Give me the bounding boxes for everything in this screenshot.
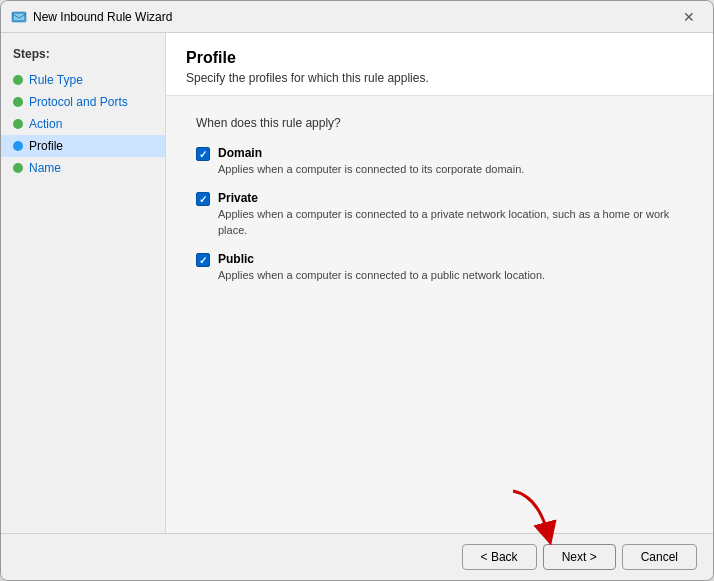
close-button[interactable]: ✕ <box>675 7 703 27</box>
page-subtitle: Specify the profiles for which this rule… <box>186 71 693 85</box>
option-public-desc: Applies when a computer is connected to … <box>218 268 545 283</box>
option-private: Private Applies when a computer is conne… <box>196 191 683 238</box>
footer: < Back Next > Cancel <box>1 533 713 580</box>
step-dot <box>13 75 23 85</box>
sidebar-item-label: Protocol and Ports <box>29 95 128 109</box>
step-dot <box>13 163 23 173</box>
page-header: Profile Specify the profiles for which t… <box>166 33 713 96</box>
checkbox-domain-wrapper <box>196 147 210 161</box>
option-private-desc: Applies when a computer is connected to … <box>218 207 683 238</box>
sidebar-item-name[interactable]: Name <box>1 157 165 179</box>
option-public: Public Applies when a computer is connec… <box>196 252 683 283</box>
steps-label: Steps: <box>1 43 165 69</box>
option-domain-text: Domain Applies when a computer is connec… <box>218 146 524 177</box>
sidebar: Steps: Rule Type Protocol and Ports Acti… <box>1 33 166 533</box>
sidebar-item-action[interactable]: Action <box>1 113 165 135</box>
option-domain-desc: Applies when a computer is connected to … <box>218 162 524 177</box>
wizard-window: New Inbound Rule Wizard ✕ Steps: Rule Ty… <box>0 0 714 581</box>
content-area: Steps: Rule Type Protocol and Ports Acti… <box>1 33 713 533</box>
step-dot <box>13 119 23 129</box>
step-dot <box>13 97 23 107</box>
back-button[interactable]: < Back <box>462 544 537 570</box>
sidebar-item-label: Action <box>29 117 62 131</box>
sidebar-item-label: Name <box>29 161 61 175</box>
page-body: When does this rule apply? Domain Applie… <box>166 96 713 533</box>
option-domain-title: Domain <box>218 146 524 160</box>
option-private-text: Private Applies when a computer is conne… <box>218 191 683 238</box>
question-label: When does this rule apply? <box>196 116 683 130</box>
sidebar-item-label: Profile <box>29 139 63 153</box>
main-panel: Profile Specify the profiles for which t… <box>166 33 713 533</box>
window-title: New Inbound Rule Wizard <box>33 10 675 24</box>
checkbox-domain[interactable] <box>196 147 210 161</box>
page-title: Profile <box>186 49 693 67</box>
sidebar-item-label: Rule Type <box>29 73 83 87</box>
cancel-button[interactable]: Cancel <box>622 544 697 570</box>
sidebar-item-profile[interactable]: Profile <box>1 135 165 157</box>
sidebar-item-protocol-ports[interactable]: Protocol and Ports <box>1 91 165 113</box>
checkbox-private-wrapper <box>196 192 210 206</box>
window-icon <box>11 9 27 25</box>
step-dot <box>13 141 23 151</box>
next-button[interactable]: Next > <box>543 544 616 570</box>
checkbox-public[interactable] <box>196 253 210 267</box>
option-public-title: Public <box>218 252 545 266</box>
svg-rect-1 <box>14 14 24 20</box>
option-domain: Domain Applies when a computer is connec… <box>196 146 683 177</box>
titlebar: New Inbound Rule Wizard ✕ <box>1 1 713 33</box>
checkbox-public-wrapper <box>196 253 210 267</box>
checkbox-private[interactable] <box>196 192 210 206</box>
option-private-title: Private <box>218 191 683 205</box>
option-public-text: Public Applies when a computer is connec… <box>218 252 545 283</box>
sidebar-item-rule-type[interactable]: Rule Type <box>1 69 165 91</box>
